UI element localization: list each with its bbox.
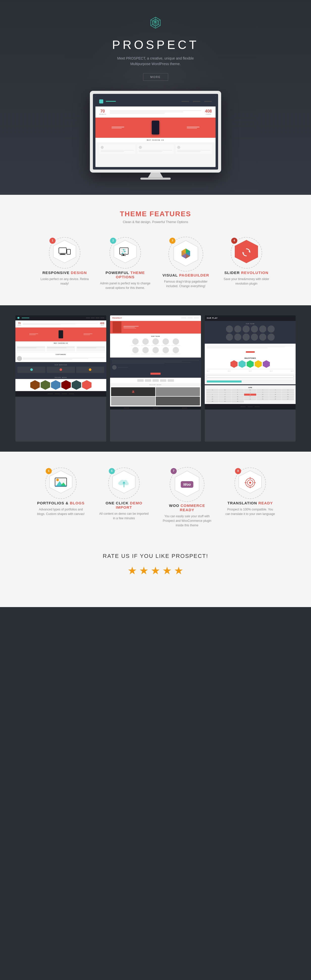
svg-line-4: [158, 24, 160, 25]
screenshots-section: 70 Projects 408 Clients: [0, 305, 311, 452]
feature-desc-2: Admin panel is perfect way to change ove…: [100, 281, 150, 290]
mini-header-2: PROSPECT: [110, 315, 201, 321]
feature-num-8: 8: [235, 468, 241, 474]
rating-section: RATE US IF YOU LIKE PROSPECT! ★ ★ ★ ★ ★: [10, 545, 301, 592]
svg-point-53: [249, 482, 251, 484]
monitor-mockup: 70 Projects 408 Clients: [90, 91, 221, 180]
theme-options-icon: [119, 247, 131, 258]
mini-header-1: [15, 315, 106, 320]
feature-desc-3: Famous drag'n'drop pagebuilder included.…: [161, 279, 211, 288]
stat1-num: 70: [99, 109, 106, 113]
features-subtitle: Clean & flat design. Powerful Theme Opti…: [10, 220, 301, 224]
svg-rect-21: [123, 255, 124, 255]
svg-marker-39: [243, 252, 244, 254]
svg-line-6: [151, 24, 153, 25]
screenshot-blog: OUR PLAY OUR TEAM: [205, 315, 296, 442]
woocommerce-icon: Woo: [181, 481, 193, 488]
hero-subtitle: Meet PROSPECT, a creative, unique and fl…: [115, 56, 196, 67]
feature-item-theme-options: 2 POWERFUL THEME OPTIONS Admin panel is …: [97, 236, 153, 293]
feature-name-2: POWERFUL THEME OPTIONS: [100, 270, 150, 279]
feature-item-woocommerce: Woo 7 WOO COMMERCE READY You can easily …: [159, 467, 215, 530]
pagebuilder-icon: [179, 247, 192, 261]
bottom-features-section: 5 PORTFOLIOS & BLOGS Advanced types of p…: [0, 452, 311, 607]
feature-item-demo-import: 6 ONE CLICK DEMO IMPORT All content on d…: [96, 467, 152, 530]
feature-desc-1: Looks perfect on any device. Retina read…: [39, 277, 90, 286]
svg-point-26: [124, 251, 126, 252]
feature-item-responsive: 1 RESPONSIVE DESIGN Looks perfect on any…: [37, 236, 93, 293]
star-1[interactable]: ★: [128, 565, 137, 577]
stat2-num: 408: [205, 109, 212, 113]
demo-import-icon: [118, 477, 130, 489]
feature-num-1: 1: [49, 238, 56, 244]
stat2-label: Clients: [205, 113, 212, 115]
feature-num-5: 5: [46, 468, 52, 474]
slider-revolution-icon: [241, 247, 251, 258]
feature-item-pagebuilder: 3 VISUAL PAGEBUILDER Famous drag'n'drop …: [158, 236, 214, 293]
feature-num-2: 2: [110, 238, 116, 244]
svg-rect-14: [59, 248, 66, 253]
star-3[interactable]: ★: [151, 565, 160, 577]
hero-section: PROSPECT Meet PROSPECT, a creative, uniq…: [0, 0, 311, 195]
svg-rect-18: [68, 254, 69, 255]
screenshots-grid: 70 Projects 408 Clients: [8, 315, 303, 442]
bottom-features-grid: 5 PORTFOLIOS & BLOGS Advanced types of p…: [17, 467, 294, 530]
stars-row: ★ ★ ★ ★ ★: [20, 565, 291, 577]
svg-point-24: [123, 249, 124, 251]
feature-desc-6: All content on demo can be imported in a…: [99, 511, 149, 520]
feature-desc-5: Advanced types of portfolios and blogs. …: [36, 507, 86, 516]
feature-name-3: VISUAL PAGEBUILDER: [161, 273, 211, 277]
svg-line-3: [158, 20, 160, 21]
feature-desc-8: Prospect is 100% compatible. You can tra…: [225, 507, 275, 516]
logo-icon: [145, 13, 166, 33]
feature-desc-7: You can easily sale your stuff with Pros…: [162, 514, 212, 528]
svg-marker-38: [249, 251, 250, 252]
screenshot-homepage: 70 Projects 408 Clients: [15, 315, 106, 442]
screenshot-about: PROSPECT OUR TEAM: [110, 315, 201, 442]
stat1-label: Projects: [99, 113, 106, 115]
mini-logo-2: PROSPECT: [112, 317, 122, 319]
more-button[interactable]: MORE: [143, 73, 168, 81]
svg-point-28: [122, 253, 123, 254]
star-2[interactable]: ★: [139, 565, 149, 577]
feature-item-slider: 4 SLIDER REVOLUTION Save your time&money…: [218, 236, 274, 293]
star-5[interactable]: ★: [174, 565, 183, 577]
svg-rect-15: [60, 254, 65, 255]
star-4[interactable]: ★: [162, 565, 172, 577]
responsive-icon: [58, 247, 71, 258]
team-section: OUR TEAM: [110, 334, 201, 358]
feature-name-4: SLIDER REVOLUTION: [221, 270, 272, 275]
svg-rect-22: [121, 255, 126, 256]
rating-title: RATE US IF YOU LIKE PROSPECT!: [20, 553, 291, 559]
svg-rect-45: [55, 485, 67, 487]
hero-title: PROSPECT: [5, 38, 306, 52]
svg-point-42: [56, 479, 59, 481]
svg-line-7: [151, 20, 153, 21]
mini-logo-1: [18, 317, 19, 319]
feature-name-6: ONE CLICK DEMO IMPORT: [99, 501, 149, 509]
theme-features-section: THEME FEATURES Clean & flat design. Powe…: [0, 195, 311, 305]
mini-header-3: OUR PLAY: [205, 315, 296, 321]
feature-name-1: RESPONSIVE DESIGN: [39, 270, 90, 275]
portfolio-icon: [54, 477, 67, 489]
features-grid: 1 RESPONSIVE DESIGN Looks perfect on any…: [17, 236, 294, 293]
feature-desc-4: Save your time&money with slider revolut…: [221, 277, 272, 286]
translation-icon: [244, 477, 256, 490]
mini-page-title: OUR PLAY: [207, 317, 218, 319]
feature-num-3: 3: [169, 238, 175, 244]
svg-rect-16: [60, 255, 65, 255]
feature-item-portfolio: 5 PORTFOLIOS & BLOGS Advanced types of p…: [33, 467, 89, 530]
features-title: THEME FEATURES: [10, 210, 301, 218]
feature-name-7: WOO COMMERCE READY: [162, 503, 212, 512]
feature-name-5: PORTFOLIOS & BLOGS: [36, 501, 86, 505]
feature-num-4: 4: [231, 238, 237, 244]
feature-item-translation: 8 TRANSLATION READY Prospect is 100% com…: [222, 467, 278, 530]
feature-name-8: TRANSLATION READY: [225, 501, 275, 505]
svg-rect-17: [67, 249, 70, 255]
feature-num-6: 6: [109, 468, 115, 474]
feature-num-7: 7: [171, 468, 177, 474]
